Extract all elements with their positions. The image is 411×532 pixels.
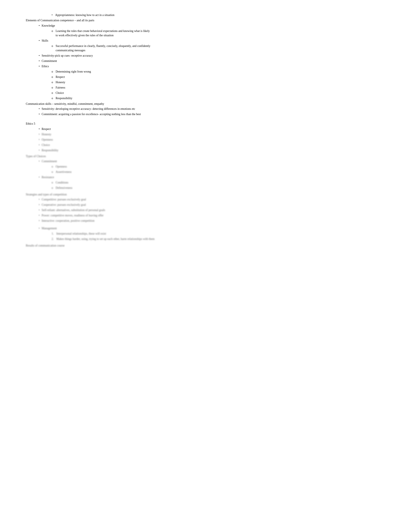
list-item: • Ethics [39,64,332,68]
bullet-char: • [39,59,40,63]
bullet-char: • [39,213,40,218]
commitment-item: • Commitment [39,59,332,63]
item-text: Makes things harder, using, trying to se… [56,237,155,241]
list-item: o Honesty [52,80,332,85]
item-text: Sensitivity-pick up cues- receptive accu… [42,54,93,58]
item-text: Competitive: pursues exclusively goal [42,197,86,202]
list-item: o Assertiveness [52,170,332,174]
heading-text: Types of Choices [26,155,46,158]
list-item: o Learning the rules that create behavio… [52,29,332,38]
bullet-char: • [39,38,40,43]
list-item: o Responsibility [52,96,332,100]
item-text: Management [42,226,57,230]
list-item: o Determining right from wrong [52,69,332,74]
ethics-heading: Ethics 5 [26,122,332,126]
item-text: Conditions [56,180,68,185]
item-text: Interactive: cooperation, positive compe… [42,218,94,223]
list-item: • Resistance [39,175,332,180]
list-item: • Knowledge [39,24,332,28]
bullet-char: • [39,203,40,207]
item-text: Honesty [42,132,51,137]
item-text: Cooperative: pursues exclusively goal [42,203,86,207]
list-item: • Management [39,226,332,230]
list-item: 2. Makes things harder, using, trying to… [52,237,332,241]
bullet-char: o [52,186,53,190]
strategies-heading: Strategies and types of competition [26,192,332,197]
bullet-char: • [39,226,40,230]
item-text: Self-reliant: alternatives, substitution… [42,208,105,212]
item-text: Honesty [56,80,65,85]
bullet-char: • [39,127,40,131]
list-item: • Respect [39,127,332,131]
plain-line: Elements of Communication competence – a… [26,18,332,23]
bullet-char: 1. [52,231,54,236]
item-text: Appropriateness: knowing how to act in a… [55,13,114,17]
item-text: Resistance [42,175,54,180]
bullet-char: o [52,180,53,185]
item-text: Openness [56,164,67,169]
item-text: Commitment [42,159,57,163]
item-text: Power: competitive moves, readiness of l… [42,213,103,218]
heading-text: Ethics 5 [26,122,35,125]
bullet-char: o [52,96,53,100]
bullet-char: • [39,64,40,68]
item-text: Assertiveness [56,170,72,174]
item-text: Determining right from wrong [56,69,91,74]
item-text: Interpersonal relationships, these will … [56,231,106,236]
bullet-char: • [39,175,40,180]
list-item: • Skills [39,38,332,43]
item-text: Choice [42,143,50,147]
list-item: • Honesty [39,132,332,137]
bullet-char: o [52,170,53,174]
document-content: • Appropriateness: knowing how to act in… [26,13,332,248]
list-item: o Choice [52,91,332,95]
item-text: Openness [42,138,53,142]
types-heading: Types of Choices [26,154,332,159]
item-text: Commitment: acquiring a passion for exce… [42,112,141,116]
bullet-char: • [39,197,40,202]
item-text: Respect [56,75,65,79]
bullet-char: 2. [52,237,54,241]
list-item: o Openness [52,164,332,169]
bullet-char: o [52,44,53,48]
item-text: Sensitivity: developing receptive accura… [42,107,135,111]
list-item: 1. Interpersonal relationships, these wi… [52,231,332,236]
list-item: • Choice [39,143,332,147]
bullet-char: • [39,24,40,28]
item-text: Learning the rules that create behaviora… [56,29,150,38]
heading-text: Results of communication course [26,244,65,247]
list-item: o Successful performance in clearly, flu… [52,44,332,53]
item-text: Respect [42,127,51,131]
list-item: • Appropriateness: knowing how to act in… [52,13,332,17]
list-item: • Responsibility [39,148,332,152]
list-item: • Competitive: pursues exclusively goal [39,197,332,202]
list-item: • Commitment [39,159,332,163]
bullet-char: • [52,13,53,17]
bullet-char: o [52,80,53,85]
line-text: Communication skills – sensitivity, mind… [26,102,104,105]
bullet-char: o [52,69,53,74]
line-text: Elements of Communication competence – a… [26,19,94,22]
list-item: • Openness [39,138,332,142]
heading-text: Strategies and types of competition [26,193,67,196]
bullet-char: o [52,164,53,169]
bullet-char: • [39,132,40,137]
bullet-char: • [39,107,40,111]
list-item: o Fairness [52,86,332,90]
bullet-char: • [39,112,40,116]
bullet-char: • [39,148,40,152]
bullet-char: o [52,75,53,79]
list-item: • Self-reliant: alternatives, substituti… [39,208,332,212]
item-text: Responsibility [56,96,72,100]
item-text: Fairness [56,86,65,90]
list-item: • Power: competitive moves, readiness of… [39,213,332,218]
item-text: Ethics [42,64,49,68]
item-text: Defensiveness [56,186,72,190]
list-item: • Sensitivity: developing receptive accu… [39,107,332,111]
list-item: • Interactive: cooperation, positive com… [39,218,332,223]
bullet-char: o [52,86,53,90]
bullet-char: • [39,138,40,142]
list-item: o Defensiveness [52,186,332,190]
item-text: Choice [56,91,64,95]
item-text: Knowledge [42,24,55,28]
